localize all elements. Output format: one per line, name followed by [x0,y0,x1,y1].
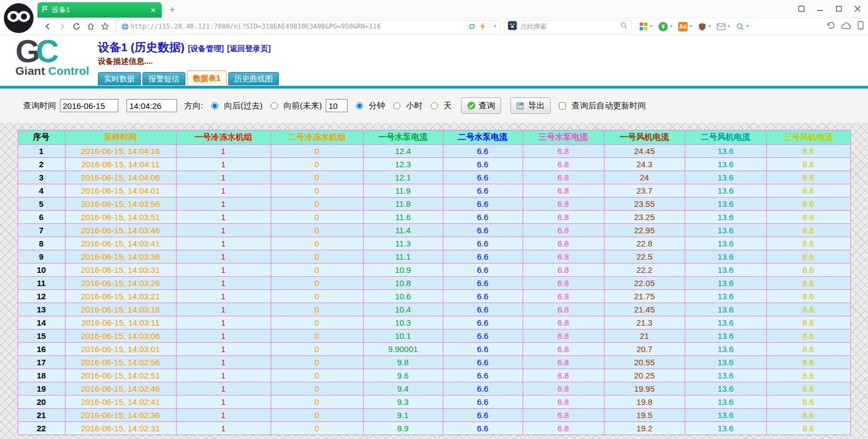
table-row: 122016-06-15, 14:03:211010.66.66.821.751… [18,290,850,303]
auto-refresh-icon[interactable] [466,23,477,30]
table-cell: 13.6 [685,197,766,211]
table-cell: 2016-06-15, 14:03:11 [65,316,176,330]
plugin-button[interactable] [698,23,711,31]
wallet-button[interactable]: ¥ [658,22,673,31]
table-cell: 6.8 [523,264,604,277]
auto-update-checkbox[interactable] [559,102,566,109]
minimize-icon[interactable] [814,3,826,14]
table-row: 62016-06-15, 14:03:511011.66.66.823.2513… [18,211,850,224]
undo-icon[interactable] [826,21,834,31]
table-cell: 21.3 [604,316,685,330]
search-engine-paw-icon[interactable] [508,21,517,32]
table-cell: 2016-06-15, 14:03:46 [65,224,176,237]
mail-button[interactable] [717,23,730,30]
search-box[interactable]: 点此搜索 [504,20,631,34]
table-cell: 0 [271,184,363,197]
table-cell: 1 [176,303,271,316]
table-cell: 0 [271,277,363,290]
tab-title: 设备1 [52,5,149,15]
time-input[interactable] [127,99,177,112]
radio-backward[interactable] [211,102,218,109]
table-cell: 1 [176,158,271,171]
table-cell: 6.6 [443,250,523,264]
column-header: 一号风机电流 [604,130,685,145]
forward-icon[interactable] [55,20,69,33]
device-manage-link[interactable]: [设备管理] [188,44,224,54]
tab-realtime-data[interactable]: 实时数据 [98,72,141,85]
mobile-phone-icon[interactable] [858,21,864,32]
close-icon[interactable] [851,3,864,14]
new-tab-button[interactable]: + [165,4,179,16]
table-cell: 6.6 [443,422,523,435]
address-bar[interactable]: http://115.28.40.121:7080/ni?SID=318EAE4… [116,20,501,34]
return-login-link[interactable]: [返回登录页] [227,44,271,54]
table-cell: 6.6 [443,158,523,171]
browser-logo[interactable] [3,2,35,34]
minute-label: 分钟 [369,101,385,111]
address-url[interactable]: http://115.28.40.121:7080/ni?SID=318EAE4… [130,23,466,30]
radio-minute[interactable] [356,102,363,109]
table-cell: 6.6 [443,277,523,290]
radio-forward[interactable] [271,102,278,109]
date-input[interactable] [60,99,118,112]
logo-letter-c: C [36,33,54,69]
table-cell: 8.6 [766,277,850,290]
skin-icon[interactable] [795,3,807,14]
chevron-down-icon[interactable] [650,25,653,28]
table-cell: 0 [271,158,363,171]
tab-alarm-sms[interactable]: 报警短信 [142,72,185,85]
back-icon[interactable] [41,20,55,33]
lightning-icon[interactable] [477,23,488,30]
table-cell: 8.6 [766,171,850,184]
refresh-icon[interactable] [69,20,84,33]
table-row: 172016-06-15, 14:02:56109.86.66.820.5513… [18,356,850,369]
chevron-down-icon[interactable] [727,25,730,28]
table-cell: 13.6 [685,158,766,171]
interval-input[interactable] [326,99,348,112]
table-cell: 10.6 [363,290,443,303]
tab-history-curve[interactable]: 历史曲线图 [228,72,279,85]
table-cell: 8.6 [766,396,850,409]
radio-day[interactable] [431,102,438,109]
tab-close-icon[interactable] [149,6,157,14]
search-icon[interactable] [620,21,628,31]
apps-grid-button[interactable] [639,22,653,31]
maximize-icon[interactable] [833,3,845,14]
chevron-down-icon[interactable] [708,25,711,28]
logo-letter-g: G [15,33,36,69]
table-cell: 10.3 [363,316,443,330]
ad-block-button[interactable]: Ad [678,22,693,31]
chevron-down-icon[interactable] [746,25,749,28]
table-cell: 0 [271,224,363,237]
chevron-down-icon[interactable] [689,25,693,28]
page-flag-icon [42,6,48,14]
table-header-row: 序号采样时间一号冷冻水机组二号冷冻水机组一号水泵电流二号水泵电流三号水泵电流一号… [18,130,850,145]
favorite-star-icon[interactable] [98,20,112,33]
chevron-down-icon[interactable] [669,25,673,28]
table-cell: 19.95 [604,382,685,396]
table-cell: 21 [18,409,65,422]
browser-tab[interactable]: 设备1 [37,2,162,18]
export-button[interactable]: 导出 [510,97,551,114]
table-cell: 1 [176,145,271,158]
chevron-down-icon[interactable] [493,25,497,28]
table-cell: 6.8 [523,343,604,356]
cloud-icon[interactable] [841,21,851,31]
home-icon[interactable] [84,20,98,33]
table-row: 202016-06-15, 14:02:41109.36.66.819.813.… [18,396,850,409]
table-cell: 21.45 [604,303,685,316]
query-button[interactable]: 查询 [461,97,501,114]
table-cell: 20.7 [604,343,685,356]
column-header: 二号冷冻水机组 [271,130,363,145]
giant-control-logo: GC Giant Control [15,35,89,76]
radio-hour[interactable] [393,102,400,109]
find-button[interactable] [736,23,749,31]
table-cell: 6.6 [443,184,523,197]
table-cell: 2016-06-15, 14:04:06 [65,171,176,184]
table-cell: 6.8 [523,422,604,435]
table-cell: 8.6 [766,211,850,224]
tab-data-table-1[interactable]: 数据表1 [187,70,227,85]
table-cell: 2016-06-15, 14:03:01 [65,343,176,356]
table-cell: 1 [176,277,271,290]
table-cell: 6.6 [443,211,523,224]
